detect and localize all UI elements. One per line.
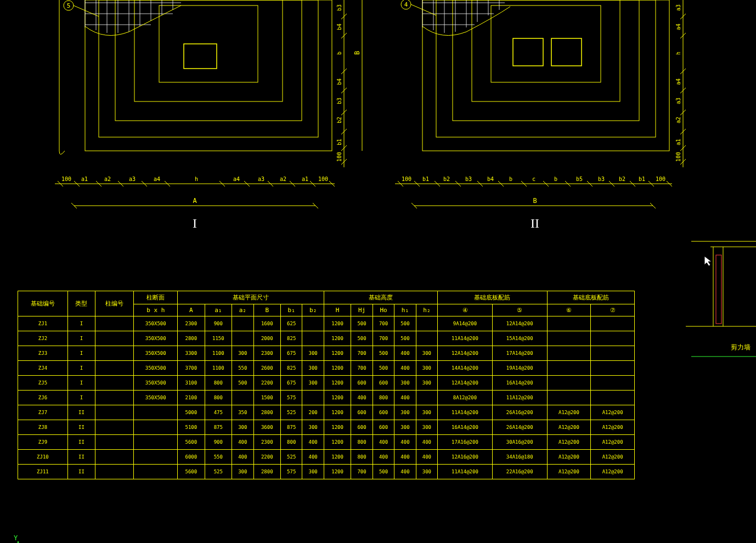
svg-text:a1: a1 (675, 139, 681, 145)
svg-rect-2 (115, 0, 302, 121)
svg-text:b4: b4 (336, 78, 342, 85)
table-row: ZJ1I350X5002300900160062512005007005009A… (18, 316, 635, 331)
svg-text:a3: a3 (258, 176, 264, 182)
svg-text:100: 100 (336, 152, 342, 162)
svg-rect-5 (184, 44, 217, 69)
svg-text:b3: b3 (465, 176, 472, 182)
svg-rect-68 (436, 0, 656, 137)
table-row: ZJ10II6000550400220052540012008004004004… (18, 450, 635, 465)
svg-line-19 (74, 5, 99, 16)
th-col: 柱编号 (95, 291, 133, 316)
th-id: 基础编号 (18, 291, 68, 316)
svg-rect-67 (422, 0, 669, 151)
plan-left: 5 100a1a2a3a4ha4a3a2a1100 A I 100b1b2b3b… (55, 0, 362, 230)
svg-text:100: 100 (656, 176, 665, 182)
svg-rect-71 (491, 5, 601, 82)
svg-text:a2: a2 (104, 176, 111, 182)
leader-5: 5 (67, 2, 71, 9)
svg-text:a4: a4 (675, 24, 681, 30)
table-row: ZJ6I350X5002100800150057512004008004008A… (18, 391, 635, 405)
svg-text:b3: b3 (336, 98, 342, 104)
th-plan: 基础平面尺寸 (178, 291, 324, 304)
svg-text:a4: a4 (233, 176, 240, 182)
svg-text:100: 100 (318, 176, 328, 182)
th-rebar2: 基础底板配筋 (547, 291, 634, 304)
th-rebar1: 基础底板配筋 (438, 291, 548, 304)
svg-text:b4: b4 (336, 24, 342, 30)
svg-text:a3: a3 (129, 176, 136, 182)
dim-h-left: 100a1a2a3a4ha4a3a2a1100 (61, 176, 328, 182)
svg-text:b1: b1 (422, 176, 429, 182)
svg-text:a3: a3 (675, 98, 681, 104)
svg-text:b: b (509, 176, 512, 182)
table-row: ZJ11II5600525300280057530012007005004003… (18, 465, 635, 479)
svg-text:h: h (195, 176, 198, 182)
svg-text:Y: Y (14, 535, 18, 542)
side-detail (686, 241, 756, 357)
svg-text:b: b (554, 176, 557, 182)
svg-text:b1: b1 (639, 176, 645, 182)
svg-rect-70 (472, 0, 620, 101)
svg-text:a4: a4 (675, 78, 681, 85)
plan-right: 4 100b1b2b3b4bcbb5b3b2b1100 B II 100a1a2… (395, 0, 686, 230)
svg-text:b2: b2 (336, 117, 342, 123)
svg-rect-0 (85, 0, 332, 151)
svg-text:100: 100 (402, 176, 411, 182)
svg-text:b3: b3 (598, 176, 605, 182)
svg-text:b2: b2 (443, 176, 450, 182)
svg-text:100: 100 (61, 176, 71, 182)
svg-text:100: 100 (675, 152, 681, 162)
svg-text:a1: a1 (302, 176, 308, 182)
cad-canvas[interactable]: 5 100a1a2a3a4ha4a3a2a1100 A I 100b1b2b3b… (0, 0, 756, 543)
svg-text:b1: b1 (336, 139, 342, 145)
svg-text:B: B (533, 197, 537, 205)
plan-right-label: II (531, 216, 539, 230)
svg-text:b2: b2 (619, 176, 625, 182)
plan-left-label: I (193, 216, 197, 230)
table-row: ZJ9II56009004002300800400120080040040040… (18, 435, 635, 450)
svg-text:a4: a4 (154, 176, 160, 182)
svg-text:b: b (336, 52, 342, 55)
th-height: 基础高度 (324, 291, 437, 304)
table-row: ZJ5I350X50031008005002200675300120060060… (18, 376, 635, 391)
svg-text:b4: b4 (487, 176, 494, 182)
svg-rect-140 (716, 255, 721, 324)
svg-text:a2: a2 (280, 176, 286, 182)
svg-rect-69 (453, 0, 639, 121)
foundation-table: 基础编号 类型 柱编号 柱断面 基础平面尺寸 基础高度 基础底板配筋 基础底板配… (18, 291, 635, 479)
svg-text:a2: a2 (675, 117, 681, 123)
table-row: ZJ4I350X50037001100550260082530012007005… (18, 361, 635, 376)
th-type: 类型 (67, 291, 95, 316)
table-row: ZJ2I350X50028001150200082512005007005001… (18, 331, 635, 346)
svg-text:A: A (193, 197, 197, 205)
svg-rect-72 (513, 38, 543, 66)
th-section: 柱断面 (134, 291, 178, 304)
svg-text:h: h (675, 52, 681, 55)
table-row: ZJ3I350X50033001100300230067530012007005… (18, 346, 635, 361)
svg-text:B: B (353, 51, 361, 55)
svg-text:c: c (532, 176, 535, 182)
svg-rect-3 (134, 0, 283, 101)
table-row: ZJ7II50004753502800525200120060060030030… (18, 405, 635, 420)
svg-text:a3: a3 (675, 4, 681, 11)
side-label: 剪力墙 (731, 343, 751, 352)
leader-4: 4 (404, 1, 408, 8)
svg-text:b5: b5 (576, 176, 583, 182)
svg-rect-73 (551, 38, 582, 66)
svg-text:b3: b3 (336, 4, 342, 11)
table-row: ZJ8II51008753003600875300120060060030030… (18, 420, 635, 435)
svg-text:a1: a1 (81, 176, 88, 182)
